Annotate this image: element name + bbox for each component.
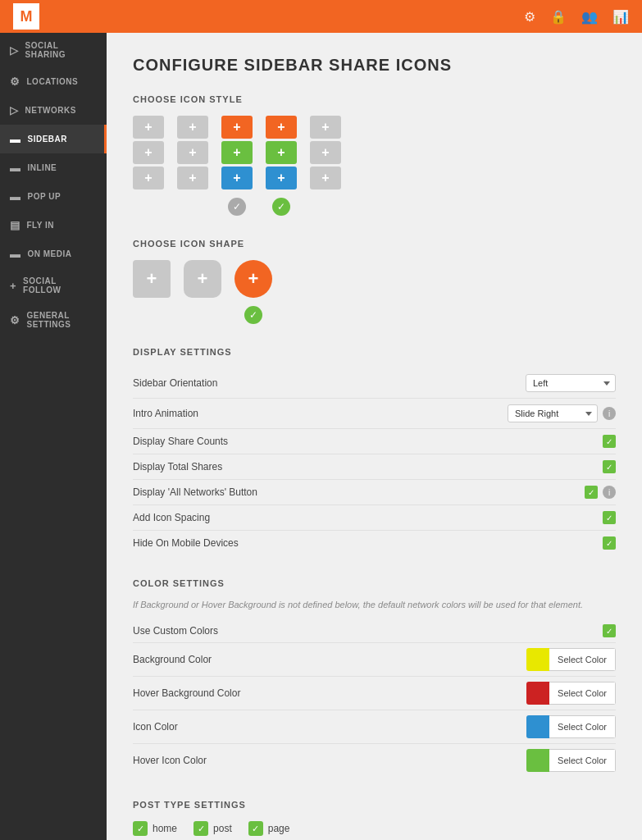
main-content: Configure Sidebar Share Icons Choose Ico… <box>107 33 642 840</box>
sidebar-item-general-settings[interactable]: ⚙ General Settings <box>0 303 107 337</box>
icon-style-title: Choose Icon Style <box>133 94 616 104</box>
flyin-icon: ▤ <box>10 219 20 231</box>
icon-swatch-color <box>526 715 549 738</box>
icon-style-option-2[interactable]: + + + <box>177 116 208 189</box>
networks-icon: ▷ <box>10 104 19 116</box>
sidebar-item-flyin[interactable]: ▤ Fly In <box>0 211 107 240</box>
sidebar-item-sidebar[interactable]: ▬ Sidebar <box>0 125 107 153</box>
animation-info-icon[interactable]: i <box>603 407 616 420</box>
sidebar-item-label: On Media <box>28 249 72 258</box>
check-badge-green-selected: ✓ <box>272 198 290 216</box>
color-settings-section: Color Settings If Background or Hover Ba… <box>133 578 616 777</box>
icon-stack-4: + + + <box>266 116 297 189</box>
icon-style-option-4[interactable]: + + + ✓ <box>266 116 297 216</box>
animation-control: Slide Right Slide Left Fade In None i <box>508 404 616 422</box>
icon-spacing-control: ✓ <box>603 511 616 524</box>
hide-mobile-label: Hide On Mobile Devices <box>133 537 603 549</box>
display-settings-section: Display Settings Sidebar Orientation Lef… <box>133 347 616 555</box>
page-checkbox[interactable]: ✓ <box>248 821 263 836</box>
color-settings-note: If Background or Hover Background is not… <box>133 600 616 609</box>
icon-style-option-1[interactable]: + + + <box>133 116 164 189</box>
icon-style-option-5[interactable]: + + + <box>310 116 341 189</box>
color-row-custom: Use Custom Colors ✓ <box>133 619 616 643</box>
share-counts-checkbox[interactable]: ✓ <box>603 435 616 448</box>
icon-style-option-3[interactable]: + + + ✓ <box>221 116 253 216</box>
hover-icon-button-label: Select Color <box>549 749 616 772</box>
icon-spacing-checkbox[interactable]: ✓ <box>603 511 616 524</box>
all-networks-info-icon[interactable]: i <box>603 486 616 499</box>
icon-stack-2: + + + <box>177 116 208 189</box>
icon-btn-gray: + <box>177 116 208 139</box>
icon-color-button-label: Select Color <box>549 715 616 738</box>
icon-stack-3: + + + <box>221 116 253 189</box>
shape-option-rounded[interactable]: + <box>184 260 221 298</box>
icon-btn-orange: + <box>221 116 253 139</box>
hover-bg-button-label: Select Color <box>549 682 616 705</box>
setting-row-all-networks: Display 'All Networks' Button ✓ i <box>133 480 616 505</box>
hover-bg-swatch-color <box>526 682 549 705</box>
orientation-label: Sidebar Orientation <box>133 377 526 389</box>
setting-row-animation: Intro Animation Slide Right Slide Left F… <box>133 399 616 429</box>
sidebar-item-networks[interactable]: ▷ Networks <box>0 96 107 125</box>
sidebar-item-onmedia[interactable]: ▬ On Media <box>0 240 107 268</box>
bg-color-button-label: Select Color <box>549 648 616 671</box>
setting-row-share-counts: Display Share Counts ✓ <box>133 429 616 454</box>
locations-icon: ⚙ <box>10 75 20 88</box>
top-nav-icons: ⚙ 🔒 👥 📊 <box>524 9 629 25</box>
sidebar-item-popup[interactable]: ▬ Pop Up <box>0 182 107 211</box>
icon-btn-gray: + <box>310 141 341 164</box>
shape-btn-circle: + <box>234 260 272 298</box>
icon-btn-gray: + <box>177 141 208 164</box>
lock-icon[interactable]: 🔒 <box>550 9 567 25</box>
icon-btn-gray: + <box>133 167 164 189</box>
hover-icon-color-swatch[interactable]: Select Color <box>526 749 616 772</box>
total-shares-checkbox[interactable]: ✓ <box>603 460 616 473</box>
custom-colors-checkbox[interactable]: ✓ <box>603 624 616 637</box>
home-label: home <box>153 823 177 834</box>
orientation-select[interactable]: Left Right <box>526 374 616 392</box>
color-settings-title: Color Settings <box>133 578 616 588</box>
users-icon[interactable]: 👥 <box>581 9 598 25</box>
animation-select[interactable]: Slide Right Slide Left Fade In None <box>508 404 598 422</box>
inline-icon: ▬ <box>10 162 21 174</box>
all-networks-checkbox[interactable]: ✓ <box>585 486 598 499</box>
icon-btn-orange: + <box>266 116 297 139</box>
social-follow-icon: + <box>10 280 16 292</box>
chart-icon[interactable]: 📊 <box>612 9 629 25</box>
all-networks-label: Display 'All Networks' Button <box>133 486 585 498</box>
home-checkbox[interactable]: ✓ <box>133 821 148 836</box>
hide-mobile-checkbox[interactable]: ✓ <box>603 536 616 550</box>
setting-row-total-shares: Display Total Shares ✓ <box>133 454 616 480</box>
orientation-control: Left Right <box>526 374 616 392</box>
shape-option-circle[interactable]: + ✓ <box>234 260 272 324</box>
bg-color-swatch[interactable]: Select Color <box>526 648 616 671</box>
post-checkbox[interactable]: ✓ <box>194 821 208 836</box>
icon-btn-blue: + <box>221 167 253 189</box>
color-row-bg: Background Color Select Color <box>133 643 616 677</box>
icon-color-swatch[interactable]: Select Color <box>526 715 616 738</box>
sidebar-item-social-follow[interactable]: + Social Follow <box>0 268 107 303</box>
hover-icon-color-label: Hover Icon Color <box>133 755 526 766</box>
logo: M <box>13 3 39 30</box>
sidebar: ▷ Social Sharing ⚙ Locations ▷ Networks … <box>0 33 107 840</box>
icon-color-label: Icon Color <box>133 721 526 733</box>
share-counts-control: ✓ <box>603 435 616 448</box>
total-shares-label: Display Total Shares <box>133 461 603 472</box>
sidebar-item-label: Locations <box>27 77 79 86</box>
sidebar-item-label: Social Follow <box>23 276 97 294</box>
sidebar-item-social-sharing[interactable]: ▷ Social Sharing <box>0 33 107 67</box>
shape-option-square[interactable]: + <box>133 260 171 298</box>
post-type-post: ✓ post <box>194 821 232 836</box>
sidebar-item-label: Social Sharing <box>25 41 98 59</box>
sidebar-item-locations[interactable]: ⚙ Locations <box>0 67 107 96</box>
sidebar-item-inline[interactable]: ▬ Inline <box>0 153 107 182</box>
gear-icon[interactable]: ⚙ <box>524 9 535 25</box>
icon-btn-gray: + <box>310 116 341 139</box>
hover-bg-color-swatch[interactable]: Select Color <box>526 682 616 705</box>
icon-btn-blue: + <box>266 167 297 189</box>
popup-icon: ▬ <box>10 190 21 203</box>
post-type-page: ✓ page <box>248 821 290 836</box>
social-sharing-icon: ▷ <box>10 44 19 57</box>
shape-btn-square: + <box>133 260 171 298</box>
color-row-hover-icon: Hover Icon Color Select Color <box>133 744 616 777</box>
